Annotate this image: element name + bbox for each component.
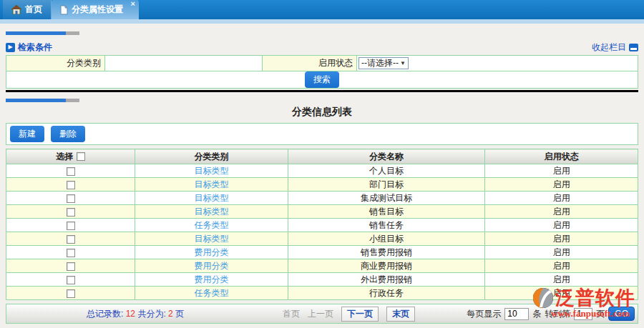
- tab-close-icon[interactable]: ×: [131, 0, 135, 8]
- per-page-unit: 条: [532, 308, 541, 320]
- collapse-icon: [629, 44, 638, 51]
- row-checkbox[interactable]: [67, 167, 75, 176]
- category-link[interactable]: 目标类型: [194, 193, 228, 203]
- table-row: 费用分类销售费用报销启用: [6, 246, 638, 259]
- row-checkbox[interactable]: [67, 194, 75, 203]
- next-page-button[interactable]: 下一页: [341, 307, 379, 322]
- status-select-value: --请选择--: [361, 57, 399, 69]
- name-cell: 商业费用报销: [288, 259, 484, 273]
- row-checkbox[interactable]: [67, 181, 75, 189]
- table-row: 目标类型小组目标启用: [6, 232, 638, 246]
- home-icon: [11, 5, 21, 14]
- select-cell: [6, 178, 135, 192]
- row-checkbox[interactable]: [67, 262, 75, 271]
- pages-value: 2: [168, 309, 173, 319]
- table-row: 目标类型部门目标启用: [6, 178, 638, 192]
- name-cell: 集成测试目标: [288, 192, 484, 205]
- name-cell: 行政任务: [288, 287, 484, 300]
- row-checkbox[interactable]: [67, 208, 75, 217]
- collapse-panel-link[interactable]: 收起栏目: [592, 41, 638, 54]
- status-cell: 启用: [485, 287, 638, 300]
- table-row: 目标类型销售目标启用: [6, 205, 638, 219]
- tab-category-settings[interactable]: 分类属性设置 ×: [52, 0, 139, 19]
- goto-page-input[interactable]: [574, 308, 592, 320]
- section-divider: [6, 90, 638, 92]
- select-all-checkbox[interactable]: [77, 152, 85, 161]
- pagination-bar: 总记录数: 12 共分为: 2 页 首页 上一页 下一页 末页 每页显示 条 转…: [6, 304, 638, 324]
- per-page-input[interactable]: [504, 308, 529, 320]
- first-page-link[interactable]: 首页: [283, 308, 300, 320]
- table-header-row: 选择 分类类别 分类名称 启用状态: [6, 149, 638, 164]
- row-checkbox[interactable]: [67, 235, 75, 244]
- pages-unit: 页: [175, 309, 184, 319]
- category-input[interactable]: [105, 56, 262, 71]
- status-field-cell: --请选择-- ▼: [357, 56, 638, 71]
- new-button[interactable]: 新建: [10, 126, 44, 142]
- total-label: 总记录数:: [87, 309, 123, 319]
- select-cell: [6, 164, 135, 178]
- category-link[interactable]: 目标类型: [194, 234, 228, 244]
- status-cell: 启用: [485, 192, 638, 205]
- pager-controls: 首页 上一页 下一页 末页: [283, 307, 415, 322]
- category-link[interactable]: 任务类型: [194, 220, 228, 230]
- delete-button[interactable]: 删除: [51, 126, 85, 142]
- row-checkbox[interactable]: [67, 289, 75, 298]
- go-button[interactable]: GO: [608, 307, 635, 321]
- search-form: 分类类别 启用状态 --请选择-- ▼ 搜索: [6, 55, 638, 89]
- status-cell: 启用: [485, 219, 638, 232]
- select-cell: [6, 259, 135, 273]
- row-checkbox[interactable]: [67, 276, 75, 284]
- category-link[interactable]: 目标类型: [194, 166, 228, 176]
- row-checkbox[interactable]: [67, 222, 75, 230]
- pages-label: 共分为:: [137, 309, 165, 319]
- column-status: 启用状态: [485, 149, 638, 164]
- category-field-cell: [105, 56, 263, 71]
- status-cell: 启用: [485, 205, 638, 219]
- category-link[interactable]: 费用分类: [194, 247, 228, 257]
- search-button-row: 搜索: [6, 71, 638, 89]
- table-row: 任务类型销售任务启用: [6, 219, 638, 232]
- select-cell: [6, 219, 135, 232]
- tabbar-bottom-strip: [0, 19, 644, 24]
- name-cell: 个人目标: [288, 164, 484, 178]
- search-section-title: 检索条件: [18, 41, 52, 54]
- total-value: 12: [126, 309, 135, 319]
- category-link[interactable]: 费用分类: [194, 261, 228, 271]
- goto-label: 转到第: [545, 308, 570, 320]
- per-page-label: 每页显示: [467, 308, 501, 320]
- search-button[interactable]: 搜索: [305, 71, 339, 88]
- tab-home[interactable]: 首页: [3, 0, 52, 19]
- last-page-button[interactable]: 末页: [386, 307, 415, 322]
- category-link[interactable]: 任务类型: [194, 288, 228, 298]
- category-link[interactable]: 费用分类: [194, 274, 228, 284]
- search-section-header: ▶ 检索条件: [6, 41, 52, 54]
- select-cell: [6, 287, 135, 300]
- page-size-controls: 每页显示 条 转到第 页 GO: [467, 307, 635, 321]
- list-title: 分类信息列表: [6, 106, 638, 119]
- select-cell: [6, 192, 135, 205]
- progress-bar-top: [6, 31, 79, 35]
- select-cell: [6, 246, 135, 259]
- table-row: 目标类型集成测试目标启用: [6, 192, 638, 205]
- tab-current-label: 分类属性设置: [72, 4, 123, 16]
- row-checkbox[interactable]: [67, 249, 75, 257]
- table-row: 费用分类商业费用报销启用: [6, 259, 638, 273]
- category-link[interactable]: 目标类型: [194, 207, 228, 217]
- prev-page-link[interactable]: 上一页: [308, 308, 333, 320]
- record-summary: 总记录数: 12 共分为: 2 页: [87, 308, 184, 320]
- status-select[interactable]: --请选择-- ▼: [358, 57, 409, 69]
- status-cell: 启用: [485, 259, 638, 273]
- collapse-label: 收起栏目: [592, 41, 626, 54]
- name-cell: 小组目标: [288, 232, 484, 246]
- select-cell: [6, 232, 135, 246]
- status-field-label: 启用状态: [263, 56, 357, 71]
- progress-bar-list: [6, 99, 79, 102]
- name-cell: 销售任务: [288, 219, 484, 232]
- category-link[interactable]: 目标类型: [194, 179, 228, 189]
- category-table: 选择 分类类别 分类名称 启用状态 目标类型个人目标启用目标类型部门目标启用目标…: [6, 149, 638, 300]
- tab-bar: 首页 分类属性设置 ×: [0, 0, 644, 19]
- table-row: 任务类型行政任务启用: [6, 287, 638, 300]
- column-category: 分类类别: [135, 149, 288, 164]
- select-cell: [6, 205, 135, 219]
- table-row: 费用分类外出费用报销启用: [6, 273, 638, 287]
